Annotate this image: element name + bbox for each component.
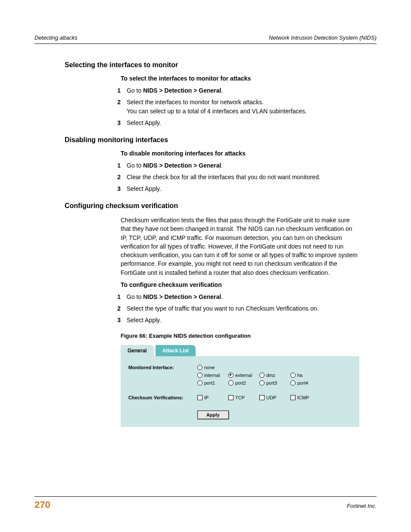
step-body: Go to NIDS > Detection > General. (127, 292, 377, 302)
step-item: 2 Clear the check box for all the interf… (108, 173, 377, 182)
step-body: Clear the check box for all the interfac… (127, 173, 377, 182)
figure-caption: Figure 66: Example NIDS detection config… (121, 333, 377, 339)
procedure-heading: To select the interfaces to monitor for … (121, 75, 377, 82)
step-body: Select the interfaces to monitor for net… (127, 98, 377, 116)
radio-ha[interactable]: ha (290, 373, 308, 378)
step-item: 1 Go to NIDS > Detection > General. (108, 86, 377, 95)
step-number: 1 (108, 292, 127, 302)
page-header: Detecting attacks Network Intrusion Dete… (34, 34, 377, 44)
row-monitored-interface: Monitored Interface: none internal exter… (128, 365, 352, 386)
header-right: Network Intrusion Detection System (NIDS… (269, 34, 377, 41)
row-checksum-verifications: Checksum Verifications: IP TCP UDP ICMP (128, 395, 352, 401)
step-item: 3 Select Apply. (108, 118, 377, 128)
step-number: 2 (108, 173, 127, 182)
section-heading-select-interfaces: Selecting the interfaces to monitor (65, 61, 377, 69)
step-body: Select Apply. (127, 184, 377, 193)
radio-internal[interactable]: internal (197, 373, 225, 378)
procedure-heading: To configure checksum verification (121, 281, 377, 288)
page-footer: 270 Fortinet Inc. (34, 496, 377, 510)
step-number: 2 (108, 98, 127, 116)
step-number: 1 (108, 161, 127, 170)
step-item: 3 Select Apply. (108, 184, 377, 193)
step-body: Select the type of traffic that you want… (127, 304, 377, 313)
page-number: 270 (34, 499, 50, 510)
step-item: 2 Select the type of traffic that you wa… (108, 304, 377, 313)
paragraph-checksum-desc: Checksum verification tests the files th… (121, 216, 359, 277)
header-left: Detecting attacks (34, 34, 78, 41)
step-body: Go to NIDS > Detection > General. (127, 161, 377, 170)
step-item: 1 Go to NIDS > Detection > General. (108, 292, 377, 302)
step-item: 3 Select Apply. (108, 316, 377, 325)
step-number: 3 (108, 316, 127, 325)
section-heading-disable-monitoring: Disabling monitoring interfaces (65, 136, 377, 144)
checkbox-ip[interactable]: IP (197, 395, 225, 400)
procedure-heading: To disable monitoring interfaces for att… (121, 150, 377, 157)
label-monitored-interface: Monitored Interface: (128, 365, 197, 370)
radio-port1[interactable]: port1 (197, 380, 225, 386)
radio-port4[interactable]: port4 (290, 380, 318, 386)
checkbox-tcp[interactable]: TCP (228, 395, 256, 400)
label-checksum-verifications: Checksum Verifications: (128, 395, 197, 400)
footer-company: Fortinet Inc. (347, 503, 377, 509)
checkbox-icmp[interactable]: ICMP (290, 395, 318, 400)
step-item: 1 Go to NIDS > Detection > General. (108, 161, 377, 170)
section-heading-checksum: Configuring checksum verification (65, 202, 377, 210)
panel-general: Monitored Interface: none internal exter… (121, 356, 359, 427)
tab-attack-list[interactable]: Attack List (156, 345, 196, 356)
step-number: 3 (108, 184, 127, 193)
step-body: Select Apply. (127, 316, 377, 325)
step-body: Go to NIDS > Detection > General. (127, 86, 377, 95)
figure-nids-config: General Attack List Monitored Interface:… (121, 343, 359, 427)
step-item: 2 Select the interfaces to monitor for n… (108, 98, 377, 116)
apply-button[interactable]: Apply (197, 411, 229, 419)
step-number: 1 (108, 86, 127, 95)
radio-dmz[interactable]: dmz (259, 373, 287, 378)
step-body: Select Apply. (127, 118, 377, 128)
tab-general[interactable]: General (121, 345, 154, 356)
radio-port2[interactable]: port2 (228, 380, 256, 386)
radio-port3[interactable]: port3 (259, 380, 287, 386)
step-number: 2 (108, 304, 127, 313)
step-number: 3 (108, 118, 127, 128)
tabs-row: General Attack List (121, 343, 359, 356)
checkbox-udp[interactable]: UDP (259, 395, 287, 400)
radio-external[interactable]: external (228, 373, 256, 378)
radio-none[interactable]: none (197, 365, 225, 370)
